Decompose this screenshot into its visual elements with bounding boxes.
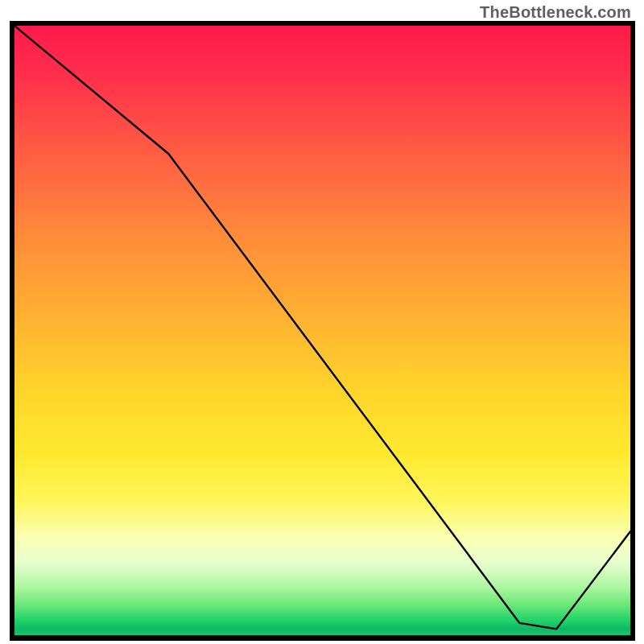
chart-area [10,21,635,641]
chart-series-line [14,26,630,629]
watermark-text: TheBottleneck.com [480,3,631,22]
chart-line-layer [14,26,630,635]
